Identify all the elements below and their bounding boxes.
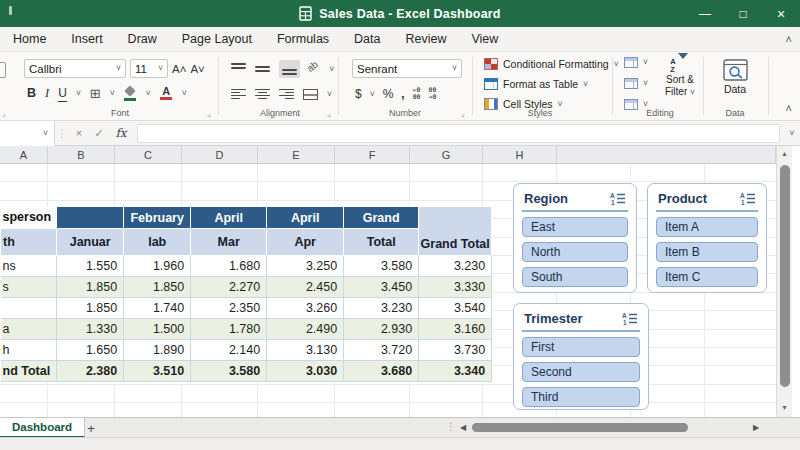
value-cell[interactable]: 3.720 — [344, 340, 419, 361]
name-box[interactable]: ˅ — [0, 121, 55, 146]
value-cell[interactable]: 1.850 — [57, 277, 124, 298]
conditional-formatting-button[interactable]: Conditional Formatting ˅ — [484, 58, 619, 70]
align-right-icon[interactable] — [279, 85, 294, 103]
value-cell[interactable]: 1.500 — [124, 319, 191, 340]
tab-data[interactable]: Data — [354, 32, 380, 46]
value-cell[interactable]: 3.580 — [191, 361, 267, 382]
value-cell[interactable]: 2.450 — [267, 277, 344, 298]
chevron-down-icon[interactable]: ˅ — [327, 90, 332, 99]
font-name-combo[interactable]: Callbri ˅ — [24, 59, 126, 78]
value-cell[interactable]: 1.680 — [191, 256, 267, 277]
value-cell[interactable]: 3.330 — [419, 277, 492, 298]
row-label-cell[interactable]: h — [1, 340, 57, 361]
chevron-down-icon[interactable]: ˅ — [76, 89, 81, 98]
value-cell[interactable]: 3.580 — [344, 256, 419, 277]
value-cell[interactable]: 1.960 — [124, 256, 191, 277]
minimize-button[interactable]: — — [686, 0, 724, 27]
scroll-right-icon[interactable]: ▶ — [753, 423, 759, 432]
tab-insert[interactable]: Insert — [71, 32, 102, 46]
column-header-h[interactable]: H — [483, 146, 557, 163]
pivot-corner-cell[interactable]: th — [1, 229, 57, 256]
align-left-icon[interactable] — [231, 85, 246, 103]
column-header-g[interactable]: G — [410, 146, 483, 163]
value-cell[interactable]: 3.450 — [344, 277, 419, 298]
bold-button[interactable]: B — [27, 84, 36, 102]
slicer-multiselect-icon[interactable]: A1 — [740, 192, 756, 205]
alignment-dialog-launcher[interactable]: ⌟ — [327, 109, 331, 118]
collapse-ribbon-chevron-icon[interactable]: ˄ — [786, 102, 792, 114]
pivot-grand-total-header[interactable]: Grand Total — [419, 207, 492, 256]
number-format-combo[interactable]: Senrant ˅ — [352, 59, 462, 78]
value-cell[interactable]: 1.550 — [57, 256, 124, 277]
value-cell[interactable]: 3.250 — [267, 256, 344, 277]
value-cell[interactable]: 2.270 — [191, 277, 267, 298]
slicer-item[interactable]: Item A — [656, 217, 758, 237]
chevron-down-icon[interactable]: ˅ — [146, 89, 151, 98]
pivot-header-cell[interactable]: Grand — [344, 207, 419, 229]
chevron-down-icon[interactable]: ˅ — [110, 89, 115, 98]
horizontal-scroll-thumb[interactable] — [472, 423, 688, 432]
increase-font-size-button[interactable]: A˄ — [172, 60, 186, 78]
italic-button[interactable]: I — [45, 84, 49, 102]
column-header-a[interactable]: A — [0, 146, 48, 163]
data-type-button[interactable]: Data — [715, 59, 755, 95]
fill-color-icon[interactable] — [124, 86, 137, 101]
slicer-item[interactable]: First — [522, 337, 640, 357]
formula-input[interactable] — [137, 124, 780, 143]
value-cell[interactable]: 3.130 — [267, 340, 344, 361]
value-cell[interactable]: 3.510 — [124, 361, 191, 382]
font-size-combo[interactable]: 11 ˅ — [130, 59, 168, 78]
font-color-icon[interactable]: A — [160, 84, 173, 102]
scroll-down-icon[interactable]: ▼ — [777, 400, 792, 415]
align-top-icon[interactable] — [231, 60, 246, 78]
row-label-cell[interactable]: ns — [1, 256, 57, 277]
value-cell[interactable]: 3.230 — [419, 256, 492, 277]
slicer-item[interactable]: Second — [522, 362, 640, 382]
tab-formulas[interactable]: Formulas — [277, 32, 329, 46]
format-as-table-button[interactable]: Format as Table ˅ — [484, 78, 588, 90]
decrease-font-size-button[interactable]: A˅ — [190, 60, 204, 78]
align-center-icon[interactable] — [255, 85, 270, 103]
chevron-up-icon[interactable]: ˄ — [786, 33, 792, 45]
value-cell[interactable]: 2.380 — [57, 361, 124, 382]
tab-review[interactable]: Review — [405, 32, 446, 46]
column-header-b[interactable]: B — [48, 146, 115, 163]
pivot-subheader-cell[interactable]: lab — [124, 229, 191, 256]
editing-tool-1[interactable]: ˅ — [624, 57, 648, 68]
value-cell[interactable]: 3.340 — [419, 361, 492, 382]
font-dialog-launcher[interactable]: ⌟ — [207, 109, 211, 118]
chevron-down-icon[interactable]: ˅ — [182, 89, 187, 98]
clipboard-dialog-launcher[interactable]: ⌟ — [2, 109, 6, 118]
value-cell[interactable]: 3.730 — [419, 340, 492, 361]
value-cell[interactable]: 1.850 — [57, 298, 124, 319]
scroll-left-icon[interactable]: ◀ — [460, 423, 466, 432]
pivot-header-cell[interactable] — [57, 207, 124, 229]
enter-icon[interactable]: ✓ — [89, 127, 109, 140]
value-cell[interactable]: 3.230 — [344, 298, 419, 319]
expand-formula-bar-chevron-icon[interactable]: ˅ — [784, 129, 800, 138]
column-header-e[interactable]: E — [258, 146, 335, 163]
sheet-tab-dashboard[interactable]: Dashboard — [0, 418, 85, 438]
underline-button[interactable]: U — [58, 84, 67, 102]
column-header-c[interactable]: C — [115, 146, 182, 163]
value-cell[interactable]: 2.490 — [267, 319, 344, 340]
row-label-cell[interactable] — [1, 298, 57, 319]
vertical-scrollbar[interactable]: ▲ ▼ — [776, 146, 792, 417]
tab-draw[interactable]: Draw — [128, 32, 157, 46]
chevron-down-icon[interactable]: ˅ — [329, 65, 334, 74]
value-cell[interactable]: 3.540 — [419, 298, 492, 319]
pivot-subheader-cell[interactable]: Mar — [191, 229, 267, 256]
comma-format-button[interactable]: , — [401, 85, 404, 103]
value-cell[interactable]: 1.850 — [124, 277, 191, 298]
percent-format-button[interactable]: % — [383, 85, 394, 103]
slicer-item[interactable]: North — [522, 242, 628, 262]
slicer-item[interactable]: East — [522, 217, 628, 237]
slicer-item[interactable]: Third — [522, 387, 640, 407]
column-header-d[interactable]: D — [182, 146, 258, 163]
value-cell[interactable]: 3.260 — [267, 298, 344, 319]
pivot-subheader-cell[interactable]: Apr — [267, 229, 344, 256]
pivot-subheader-cell[interactable]: Januar — [57, 229, 124, 256]
text-orientation-icon[interactable]: ab — [305, 59, 325, 80]
slicer-item[interactable]: Item C — [656, 267, 758, 287]
align-bottom-icon[interactable] — [279, 60, 300, 78]
